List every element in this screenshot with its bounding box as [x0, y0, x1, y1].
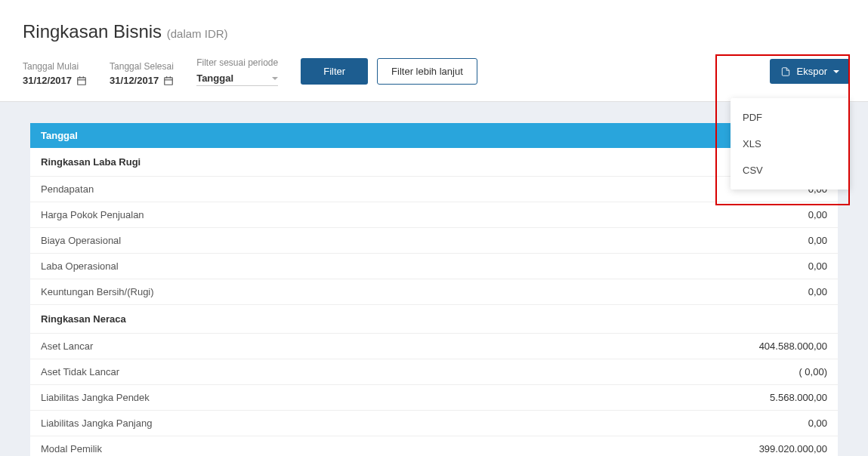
row-hpp: Harga Pokok Penjualan 0,00 [30, 202, 838, 228]
row-label: Liabilitas Jangka Panjang [41, 417, 152, 429]
svg-rect-4 [165, 77, 173, 84]
filter-actions: Filter Filter lebih lanjut [301, 58, 477, 85]
period-filter-value: Tanggal [196, 72, 233, 84]
row-value: 0,00 [808, 209, 827, 220]
section-neraca-title: Ringkasan Neraca [30, 305, 838, 334]
row-label: Aset Tidak Lancar [41, 366, 119, 377]
row-biaya-op: Biaya Operasional 0,00 [30, 228, 838, 254]
export-option-csv[interactable]: CSV [731, 157, 850, 183]
end-date-field: Tanggal Selesai 31/12/2017 [110, 61, 174, 86]
summary-card: Tanggal Ringkasan Laba Rugi Pendapatan 0… [30, 123, 838, 456]
row-laba-op: Laba Operasional 0,00 [30, 254, 838, 279]
row-value: 399.020.000,00 [759, 443, 827, 454]
end-date-input[interactable]: 31/12/2017 [110, 75, 174, 86]
row-value: 0,00 [808, 417, 827, 429]
page-title-subtitle: (dalam IDR) [167, 27, 228, 40]
export-button[interactable]: Ekspor [770, 59, 850, 84]
chevron-down-icon [272, 77, 278, 80]
row-pendapatan: Pendapatan 0,00 [30, 177, 838, 202]
svg-rect-0 [78, 77, 86, 84]
row-liab-panjang: Liabilitas Jangka Panjang 0,00 [30, 411, 838, 436]
start-date-label: Tanggal Mulai [23, 61, 87, 72]
period-filter-select[interactable]: Tanggal [196, 71, 278, 86]
file-export-icon [780, 66, 791, 77]
row-keuntungan: Keuntungan Bersih/(Rugi) 0,00 [30, 279, 838, 305]
export-button-label: Ekspor [797, 66, 827, 77]
row-label: Laba Operasional [41, 260, 119, 272]
page-title-main: Ringkasan Bisnis [23, 21, 162, 42]
end-date-label: Tanggal Selesai [110, 61, 174, 72]
section-laba-rugi-title: Ringkasan Laba Rugi [30, 148, 838, 177]
table-column-header: Tanggal [30, 123, 838, 148]
row-value: ( 0,00) [798, 366, 827, 377]
row-liab-pendek: Liabilitas Jangka Pendek 5.568.000,00 [30, 385, 838, 411]
row-label: Modal Pemilik [41, 443, 102, 454]
start-date-input[interactable]: 31/12/2017 [23, 75, 87, 86]
period-filter-label: Filter sesuai periode [196, 57, 278, 68]
row-value: 0,00 [808, 235, 827, 246]
row-aset-tidak-lancar: Aset Tidak Lancar ( 0,00) [30, 359, 838, 385]
row-modal-pemilik: Modal Pemilik 399.020.000,00 [30, 436, 838, 456]
start-date-value: 31/12/2017 [23, 75, 72, 86]
row-label: Pendapatan [41, 183, 94, 195]
row-label: Aset Lancar [41, 340, 93, 352]
row-value: 0,00 [808, 260, 827, 272]
end-date-value: 31/12/2017 [110, 75, 159, 86]
calendar-icon [163, 75, 174, 86]
row-label: Harga Pokok Penjualan [41, 209, 144, 220]
row-value: 5.568.000,00 [770, 392, 827, 403]
row-aset-lancar: Aset Lancar 404.588.000,00 [30, 334, 838, 359]
export-option-pdf[interactable]: PDF [731, 104, 850, 131]
export-option-xls[interactable]: XLS [731, 131, 850, 157]
page-title: Ringkasan Bisnis (dalam IDR) [23, 21, 845, 42]
row-label: Liabilitas Jangka Pendek [41, 392, 150, 403]
start-date-field: Tanggal Mulai 31/12/2017 [23, 61, 87, 86]
filter-bar: Tanggal Mulai 31/12/2017 Tanggal Selesai… [0, 50, 868, 102]
row-label: Biaya Operasional [41, 235, 121, 246]
period-filter-field: Filter sesuai periode Tanggal [196, 57, 278, 86]
export-dropdown: PDF XLS CSV [731, 98, 850, 189]
export-area: Ekspor PDF XLS CSV [770, 54, 854, 84]
more-filter-button[interactable]: Filter lebih lanjut [377, 58, 477, 85]
caret-down-icon [833, 70, 839, 73]
row-label: Keuntungan Bersih/(Rugi) [41, 286, 154, 297]
row-value: 0,00 [808, 286, 827, 297]
calendar-icon [76, 75, 87, 86]
filter-button[interactable]: Filter [301, 58, 368, 85]
row-value: 404.588.000,00 [759, 340, 827, 352]
